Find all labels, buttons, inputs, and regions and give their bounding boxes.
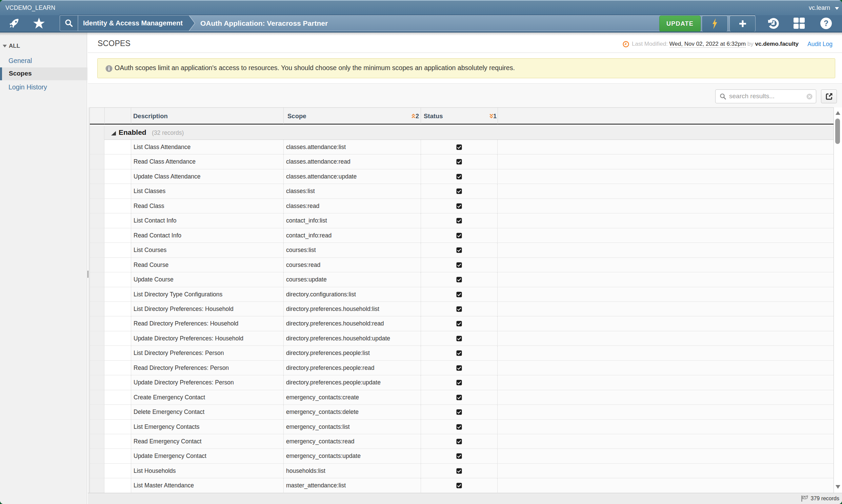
- svg-text:?: ?: [824, 19, 828, 28]
